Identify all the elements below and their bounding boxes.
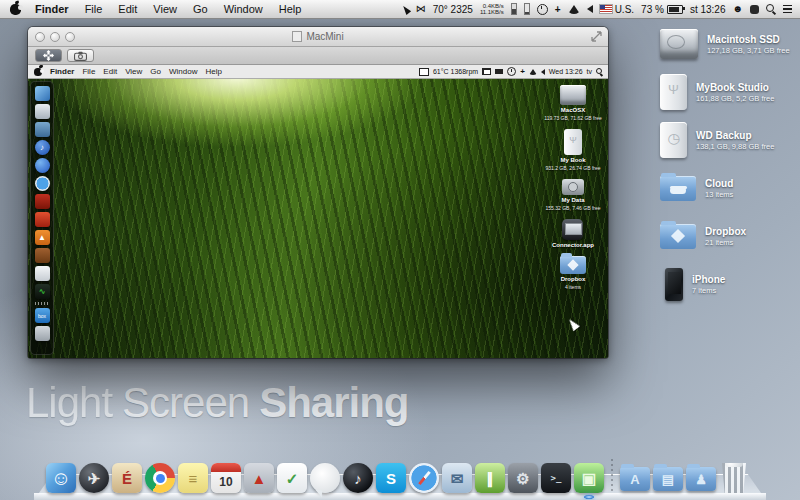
itunes-dock-icon[interactable]: ♪ — [35, 140, 50, 155]
scale-mode-button[interactable] — [35, 49, 62, 62]
remote-window-menu-icon[interactable] — [419, 68, 429, 76]
spotlight-icon[interactable] — [766, 4, 776, 14]
close-button[interactable] — [35, 32, 45, 42]
volume-icon[interactable] — [587, 5, 593, 13]
app-menu-extra-icon[interactable] — [750, 5, 759, 14]
remote-icon-label: Dropbox — [561, 276, 586, 282]
wifi-icon[interactable] — [568, 5, 580, 14]
istat-menu-icon[interactable]: ⋈ — [416, 4, 426, 14]
trash-dock-icon[interactable] — [35, 326, 50, 341]
safari-dock-icon[interactable] — [35, 176, 50, 191]
screen-sharing-dock-icon[interactable] — [35, 122, 50, 137]
box-dock-icon[interactable]: box — [35, 308, 50, 323]
remote-user-label[interactable]: tv — [587, 68, 592, 75]
coffee-dock-icon[interactable]: É — [112, 463, 142, 493]
time-machine-icon[interactable] — [537, 4, 548, 15]
tasks-dock-icon[interactable]: ✓ — [277, 463, 307, 493]
host-menu-view[interactable]: View — [153, 3, 177, 15]
mug-dock-icon[interactable] — [35, 248, 50, 263]
remote-menu-file[interactable]: File — [82, 67, 95, 76]
remote-icon-label: Connector.app — [552, 242, 594, 248]
remote-menu-help[interactable]: Help — [205, 67, 221, 76]
notes-dock-icon[interactable]: ≡ — [178, 463, 208, 493]
apple-menu-icon[interactable] — [10, 4, 21, 15]
host-menu-window[interactable]: Window — [224, 3, 263, 15]
remote-wifi-icon[interactable] — [529, 69, 537, 75]
trash-dock-icon[interactable] — [719, 463, 749, 493]
remote-wallpaper[interactable]: ♪▲∿box MacOSX119.73 GB, 71.62 GB freeMy … — [28, 78, 608, 358]
messages-dock-icon[interactable] — [310, 463, 340, 493]
launchpad-dock-icon[interactable]: ✈ — [79, 463, 109, 493]
remote-menu-view[interactable]: View — [125, 67, 142, 76]
memory-gauge-icon[interactable] — [511, 3, 517, 15]
parallels-dock-icon[interactable]: ∥ — [475, 463, 505, 493]
phone-dock-icon[interactable] — [35, 212, 50, 227]
remote-menu-edit[interactable]: Edit — [103, 67, 117, 76]
input-source-menu[interactable]: U.S. — [600, 4, 634, 15]
remote-time-machine-icon[interactable] — [507, 67, 516, 76]
remote-spotlight-icon[interactable] — [596, 68, 603, 75]
earth-browser-dock-icon[interactable] — [35, 158, 50, 173]
location-icon[interactable]: + — [555, 4, 561, 15]
folder-docs-dock-icon[interactable]: ▤ — [653, 467, 683, 491]
remote-apple-menu-icon[interactable] — [34, 68, 42, 76]
desktop-icon-cloud[interactable]: Cloud13 items — [660, 170, 798, 206]
ipod-dock-icon[interactable] — [35, 266, 50, 281]
host-menu-go[interactable]: Go — [193, 3, 208, 15]
chrome-dock-icon[interactable] — [145, 463, 175, 493]
remote-icon-dropbox[interactable]: Dropbox4 items — [560, 256, 586, 290]
remote-menu-go[interactable]: Go — [150, 67, 161, 76]
itunes-dock-icon[interactable]: ♪ — [343, 463, 373, 493]
disk-gauge-icon[interactable] — [524, 3, 530, 15]
remote-location-icon[interactable]: + — [520, 68, 525, 76]
remote-menu-window[interactable]: Window — [169, 67, 197, 76]
screenshot-button[interactable] — [67, 49, 94, 62]
minimize-button[interactable] — [50, 32, 60, 42]
window-titlebar[interactable]: MacMini — [28, 27, 608, 47]
zoom-button[interactable] — [65, 32, 75, 42]
displays-dock-icon[interactable]: ▣ — [574, 463, 604, 493]
fullscreen-icon[interactable] — [591, 31, 602, 42]
vlc-dock-icon[interactable]: ▲ — [35, 230, 50, 245]
remote-menubar-clock[interactable]: Wed 13:26 — [549, 68, 583, 75]
host-menu-help[interactable]: Help — [279, 3, 302, 15]
mail-dock-icon[interactable]: ✉ — [442, 463, 472, 493]
host-menu-finder[interactable]: Finder — [35, 3, 69, 15]
remote-icon-my-data[interactable]: My Data155.32 GB, 7.46 GB free — [545, 179, 600, 211]
finder-dock-icon[interactable]: ☺ — [46, 463, 76, 493]
notification-center-icon[interactable] — [783, 5, 792, 14]
desktop-icon-wd-backup[interactable]: WD Backup138,1 GB, 9,88 GB free — [660, 122, 798, 158]
battery-menu[interactable]: 73 % — [641, 4, 683, 15]
preview-dock-icon[interactable] — [35, 104, 50, 119]
safari-dock-icon[interactable] — [409, 463, 439, 493]
remote-menu-finder[interactable]: Finder — [50, 67, 74, 76]
desktop-icon-iphone[interactable]: iPhone7 items — [660, 266, 798, 302]
pump-dock-icon[interactable]: ▲ — [244, 463, 274, 493]
desktop-icon-macintosh-ssd[interactable]: Macintosh SSD127,18 GB, 3,71 GB free — [660, 26, 798, 62]
remote-display-icon[interactable] — [482, 68, 491, 75]
terminal-dock-icon[interactable]: >_ — [541, 463, 571, 493]
finder-dock-icon[interactable] — [35, 86, 50, 101]
remote-sensor-readout[interactable]: 61°C 1368rpm — [433, 68, 478, 75]
desktop-icon-mybook-studio[interactable]: MyBook Studio161,88 GB, 5,2 GB free — [660, 74, 798, 110]
network-speed-readout[interactable]: 0.4KB/s 11.1KB/s — [480, 3, 504, 15]
desktop-icon-dropbox[interactable]: Dropbox21 items — [660, 218, 798, 254]
sysprefs-dock-icon[interactable]: ⚙ — [508, 463, 538, 493]
remote-screen-sharing-icon[interactable] — [495, 69, 503, 74]
remote-icon-my-book[interactable]: My Book931.2 GB, 26.74 GB free — [545, 129, 600, 171]
front-row-dock-icon[interactable] — [35, 194, 50, 209]
fast-user-switching-icon[interactable]: ☻ — [732, 4, 743, 14]
folder-apps-dock-icon[interactable]: A — [620, 467, 650, 491]
folder-user-dock-icon[interactable]: ♟ — [686, 467, 716, 491]
host-menu-file[interactable]: File — [85, 3, 103, 15]
screen-sharing-menu-icon[interactable] — [401, 4, 411, 15]
skype-dock-icon[interactable]: S — [376, 463, 406, 493]
host-menu-edit[interactable]: Edit — [118, 3, 137, 15]
menubar-clock[interactable]: st 13:26 — [690, 4, 726, 15]
calendar-dock-icon[interactable]: 10 — [211, 463, 241, 493]
remote-icon-macosx[interactable]: MacOSX119.73 GB, 71.62 GB free — [544, 85, 601, 121]
activity-monitor-dock-icon[interactable]: ∿ — [35, 284, 50, 299]
remote-volume-icon[interactable] — [541, 69, 545, 75]
temperature-fan-readout[interactable]: 70° 2325 — [433, 4, 473, 15]
remote-icon-connector-app[interactable]: Connector.app — [552, 219, 594, 248]
